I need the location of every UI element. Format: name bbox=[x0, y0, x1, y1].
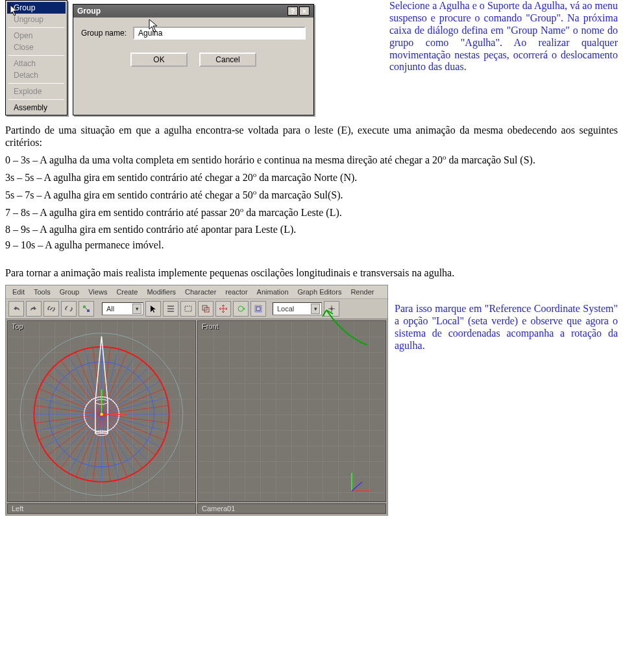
criteria-5: 8 – 9s – A agulha gira em sentido contrá… bbox=[5, 224, 618, 236]
separator bbox=[8, 55, 64, 56]
svg-rect-2 bbox=[185, 306, 191, 311]
svg-point-5 bbox=[238, 306, 243, 311]
cursor-icon bbox=[149, 19, 159, 33]
svg-line-16 bbox=[102, 367, 149, 414]
viewport-left-label: Left bbox=[12, 505, 23, 512]
unlink-button[interactable] bbox=[61, 301, 77, 317]
cursor-icon bbox=[10, 5, 19, 16]
svg-line-28 bbox=[54, 414, 101, 462]
bind-icon bbox=[82, 304, 91, 313]
rotate-icon bbox=[236, 304, 245, 313]
list-icon bbox=[166, 304, 175, 313]
link-button[interactable] bbox=[43, 301, 59, 317]
ctx-close[interactable]: Close bbox=[7, 42, 66, 53]
svg-line-50 bbox=[76, 414, 101, 477]
menu-edit[interactable]: Edit bbox=[10, 287, 27, 296]
viewport-top[interactable]: Top bbox=[7, 320, 196, 502]
3dsmax-screenshot: Edit Tools Group Views Create Modifiers … bbox=[5, 285, 388, 516]
separator bbox=[8, 27, 64, 28]
svg-line-59 bbox=[76, 352, 101, 414]
crossing-icon bbox=[201, 304, 210, 313]
body-text-block: Partindo de uma situação em que a agulha… bbox=[5, 125, 618, 280]
context-menu: Group Ungroup Open Close Attach Detach E… bbox=[5, 0, 67, 115]
ctx-detach[interactable]: Detach bbox=[7, 69, 66, 81]
ctx-attach[interactable]: Attach bbox=[7, 58, 66, 69]
viewport-camera-label: Camera01 bbox=[202, 505, 235, 512]
svg-rect-6 bbox=[256, 307, 260, 311]
svg-line-47 bbox=[102, 414, 127, 477]
oscillation-note: Para tornar a animação mais realista imp… bbox=[5, 267, 618, 280]
pivot-icon bbox=[327, 304, 336, 313]
window-crossing-button[interactable] bbox=[198, 301, 214, 317]
cancel-button[interactable]: Cancel bbox=[199, 53, 256, 67]
unlink-icon bbox=[64, 304, 73, 313]
ctx-explode[interactable]: Explode bbox=[7, 86, 66, 97]
criteria-3: 5s – 7s – A agulha gira em sentido contr… bbox=[5, 188, 618, 202]
svg-line-34 bbox=[54, 367, 101, 414]
group-name-label: Group name: bbox=[81, 29, 127, 38]
viewport-front[interactable]: Front bbox=[197, 320, 386, 502]
rotate-button[interactable] bbox=[233, 301, 249, 317]
viewport-camera-label-strip: Camera01 bbox=[197, 503, 386, 514]
compass-wireframe bbox=[8, 321, 195, 501]
axis-gizmo-icon bbox=[345, 469, 374, 498]
redo-icon bbox=[29, 304, 38, 313]
select-region-button[interactable] bbox=[180, 301, 196, 317]
select-by-name-button[interactable] bbox=[163, 301, 178, 317]
svg-line-53 bbox=[39, 414, 101, 440]
selection-filter-combo[interactable]: All ▾ bbox=[102, 302, 143, 315]
menu-render[interactable]: Render bbox=[348, 287, 376, 296]
redo-button[interactable] bbox=[26, 301, 42, 317]
rectangle-icon bbox=[184, 304, 193, 313]
menu-create[interactable]: Create bbox=[114, 287, 140, 296]
viewport-front-label: Front bbox=[202, 322, 219, 330]
undo-button[interactable] bbox=[8, 301, 24, 317]
svg-point-8 bbox=[330, 307, 333, 310]
select-object-button[interactable] bbox=[145, 301, 161, 317]
svg-line-56 bbox=[39, 389, 101, 414]
separator bbox=[8, 83, 64, 84]
menu-views[interactable]: Views bbox=[86, 287, 110, 296]
menu-character[interactable]: Character bbox=[182, 287, 219, 296]
chevron-down-icon: ▾ bbox=[311, 304, 320, 314]
coord-system-value: Local bbox=[277, 305, 294, 313]
menu-modifiers[interactable]: Modifiers bbox=[144, 287, 178, 296]
svg-rect-65 bbox=[101, 413, 103, 416]
ctx-assembly[interactable]: Assembly bbox=[7, 102, 66, 114]
dialog-title: Group bbox=[77, 6, 101, 16]
coord-system-paragraph: Para isso marque em "Reference Coordinat… bbox=[395, 303, 618, 352]
toolbar: All ▾ bbox=[6, 299, 387, 319]
move-button[interactable] bbox=[215, 301, 231, 317]
group-dialog: Group ? × Group name: OK Cancel bbox=[73, 4, 314, 115]
ok-button[interactable]: OK bbox=[130, 53, 188, 67]
help-button[interactable]: ? bbox=[287, 6, 298, 16]
undo-icon bbox=[12, 304, 21, 313]
viewport-top-label: Top bbox=[12, 322, 23, 330]
link-icon bbox=[47, 304, 56, 313]
close-button[interactable]: × bbox=[299, 6, 310, 16]
svg-line-22 bbox=[102, 414, 149, 462]
menu-tools[interactable]: Tools bbox=[31, 287, 53, 296]
menu-reactor[interactable]: reactor bbox=[223, 287, 250, 296]
viewport-left-label-strip: Left bbox=[7, 503, 196, 514]
coord-system-combo[interactable]: Local ▾ bbox=[273, 302, 322, 315]
criteria-intro: Partindo de uma situação em que a agulha… bbox=[5, 125, 618, 149]
menu-grapheditors[interactable]: Graph Editors bbox=[295, 287, 345, 296]
move-icon bbox=[219, 304, 228, 313]
menu-group[interactable]: Group bbox=[57, 287, 82, 296]
dialog-titlebar: Group ? × bbox=[73, 5, 313, 18]
separator bbox=[8, 99, 64, 100]
pivot-center-button[interactable] bbox=[324, 301, 339, 317]
svg-line-38 bbox=[102, 352, 127, 414]
ctx-open[interactable]: Open bbox=[7, 30, 66, 42]
svg-line-68 bbox=[352, 482, 362, 491]
criteria-1: 0 – 3s – A agulha da uma volta completa … bbox=[5, 153, 618, 167]
bind-button[interactable] bbox=[79, 301, 94, 317]
svg-rect-1 bbox=[87, 309, 90, 312]
criteria-4: 7 – 8s – A agulha gira em sentido contrá… bbox=[5, 206, 618, 219]
scale-button[interactable] bbox=[250, 301, 266, 317]
menu-animation[interactable]: Animation bbox=[254, 287, 291, 296]
svg-rect-0 bbox=[83, 306, 86, 308]
svg-line-44 bbox=[102, 414, 164, 440]
chevron-down-icon: ▾ bbox=[132, 304, 141, 314]
